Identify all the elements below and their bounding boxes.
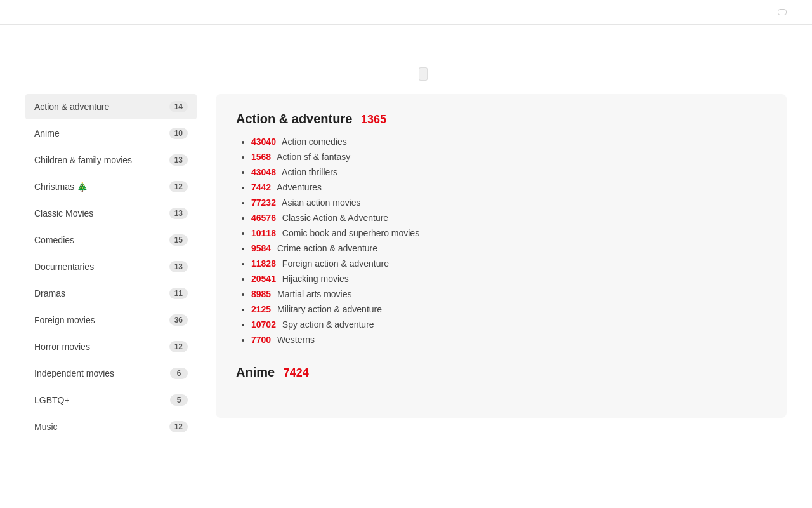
- sidebar-item-lgbtq-[interactable]: LGBTQ+ 5: [25, 387, 197, 413]
- sub-label: Military action & adventure: [277, 304, 382, 314]
- list-item: 7700 Westerns: [251, 335, 766, 345]
- sub-label: Asian action movies: [282, 197, 361, 208]
- sub-label: Westerns: [277, 335, 315, 345]
- sidebar-count: 12: [169, 181, 188, 192]
- sub-code-link[interactable]: 43040: [251, 137, 276, 147]
- sidebar-item-foreign-movies[interactable]: Foreign movies 36: [25, 307, 197, 333]
- sidebar-item-documentaries[interactable]: Documentaries 13: [25, 254, 197, 279]
- list-item: 46576 Classic Action & Adventure: [251, 213, 766, 223]
- content-panel: Action & adventure 1365 43040 Action com…: [216, 94, 787, 418]
- sidebar-count: 11: [169, 288, 188, 299]
- sidebar-count: 13: [169, 154, 188, 166]
- sub-code-link[interactable]: 8985: [251, 289, 271, 299]
- sidebar-label: Dramas: [34, 288, 65, 298]
- list-item: 43040 Action comedies: [251, 137, 766, 147]
- sub-code-link[interactable]: 46576: [251, 213, 276, 223]
- sidebar-count: 10: [169, 128, 188, 139]
- sub-code-link[interactable]: 9584: [251, 243, 271, 253]
- sidebar-label: Independent movies: [34, 368, 114, 378]
- list-item: 7442 Adventures: [251, 182, 766, 192]
- list-item: 9584 Crime action & adventure: [251, 243, 766, 253]
- list-item: 43048 Action thrillers: [251, 167, 766, 177]
- sidebar-label: Documentaries: [34, 262, 94, 272]
- sub-code-link[interactable]: 77232: [251, 197, 276, 208]
- sidebar-item-anime[interactable]: Anime 10: [25, 121, 197, 146]
- sub-label: Crime action & adventure: [277, 243, 377, 253]
- category-title: Action & adventure 1365: [236, 112, 766, 126]
- sub-label: Classic Action & Adventure: [282, 213, 388, 223]
- header: [0, 0, 812, 25]
- sidebar-label: Children & family movies: [34, 155, 132, 165]
- sidebar-label: Christmas 🎄: [34, 182, 88, 192]
- sub-label: Action sf & fantasy: [277, 152, 350, 162]
- sidebar-label: Horror movies: [34, 342, 90, 352]
- sidebar-count: 12: [169, 341, 188, 352]
- list-item: 11828 Foreign action & adventure: [251, 258, 766, 269]
- inline-url: [419, 67, 428, 81]
- sub-code-link[interactable]: 10702: [251, 319, 276, 330]
- sub-code-link[interactable]: 11828: [251, 258, 276, 269]
- sidebar: Action & adventure 14 Anime 10 Children …: [25, 94, 197, 441]
- sidebar-count: 36: [169, 314, 188, 326]
- sidebar-label: Anime: [34, 128, 60, 138]
- sub-code-link[interactable]: 1568: [251, 152, 271, 162]
- sub-label: Action comedies: [282, 137, 347, 147]
- sidebar-item-dramas[interactable]: Dramas 11: [25, 281, 197, 306]
- list-item: 8985 Martial arts movies: [251, 289, 766, 299]
- list-item: 1568 Action sf & fantasy: [251, 152, 766, 162]
- sub-code-link[interactable]: 43048: [251, 167, 276, 177]
- sidebar-label: Comedies: [34, 235, 74, 245]
- category-code-link[interactable]: 7424: [284, 366, 309, 379]
- sidebar-item-horror-movies[interactable]: Horror movies 12: [25, 334, 197, 359]
- sub-label: Foreign action & adventure: [282, 258, 389, 269]
- sidebar-label: Action & adventure: [34, 102, 109, 112]
- category-section: Action & adventure 1365 43040 Action com…: [236, 112, 766, 345]
- sidebar-count: 14: [169, 101, 188, 112]
- list-item: 10702 Spy action & adventure: [251, 319, 766, 330]
- sidebar-item-action---adventure[interactable]: Action & adventure 14: [25, 94, 197, 119]
- category-code-link[interactable]: 1365: [361, 113, 386, 126]
- list-item: 20541 Hijacking movies: [251, 274, 766, 284]
- sidebar-item-comedies[interactable]: Comedies 15: [25, 227, 197, 253]
- sidebar-item-music[interactable]: Music 12: [25, 414, 197, 439]
- info-section: [0, 25, 812, 94]
- sub-label: Hijacking movies: [282, 274, 349, 284]
- sub-code-link[interactable]: 2125: [251, 304, 271, 314]
- sidebar-item-classic-movies[interactable]: Classic Movies 13: [25, 201, 197, 226]
- main-content: Action & adventure 14 Anime 10 Children …: [0, 94, 812, 466]
- sub-label: Martial arts movies: [277, 289, 351, 299]
- sidebar-label: Foreign movies: [34, 315, 95, 325]
- language-button[interactable]: [778, 9, 787, 15]
- sidebar-count: 13: [169, 208, 188, 219]
- sub-label: Adventures: [277, 182, 322, 192]
- category-list: 43040 Action comedies 1568 Action sf & f…: [236, 137, 766, 345]
- sidebar-count: 12: [169, 421, 188, 432]
- list-item: 2125 Military action & adventure: [251, 304, 766, 314]
- sidebar-count: 13: [169, 261, 188, 272]
- sidebar-item-independent-movies[interactable]: Independent movies 6: [25, 361, 197, 386]
- sub-code-link[interactable]: 20541: [251, 274, 276, 284]
- why-block: [25, 44, 393, 81]
- category-section: Anime 7424: [236, 365, 766, 380]
- list-item: 10118 Comic book and superhero movies: [251, 228, 766, 238]
- sidebar-count: 6: [170, 368, 188, 379]
- sidebar-item-children---family-movies[interactable]: Children & family movies 13: [25, 147, 197, 173]
- sidebar-label: LGBTQ+: [34, 395, 70, 405]
- how-text: [419, 53, 787, 81]
- how-block: [419, 44, 787, 81]
- category-title: Anime 7424: [236, 365, 766, 380]
- sidebar-label: Classic Movies: [34, 208, 93, 218]
- sub-label: Spy action & adventure: [282, 319, 374, 330]
- sub-code-link[interactable]: 7442: [251, 182, 271, 192]
- sub-code-link[interactable]: 7700: [251, 335, 271, 345]
- sub-label: Action thrillers: [282, 167, 337, 177]
- sidebar-count: 15: [169, 234, 188, 246]
- sidebar-item-christmas---[interactable]: Christmas 🎄 12: [25, 174, 197, 199]
- category-name: Action & adventure: [236, 112, 352, 126]
- sub-code-link[interactable]: 10118: [251, 228, 276, 238]
- sidebar-count: 5: [170, 394, 188, 406]
- sidebar-label: Music: [34, 422, 58, 432]
- list-item: 77232 Asian action movies: [251, 197, 766, 208]
- sub-label: Comic book and superhero movies: [282, 228, 419, 238]
- category-name: Anime: [236, 365, 275, 379]
